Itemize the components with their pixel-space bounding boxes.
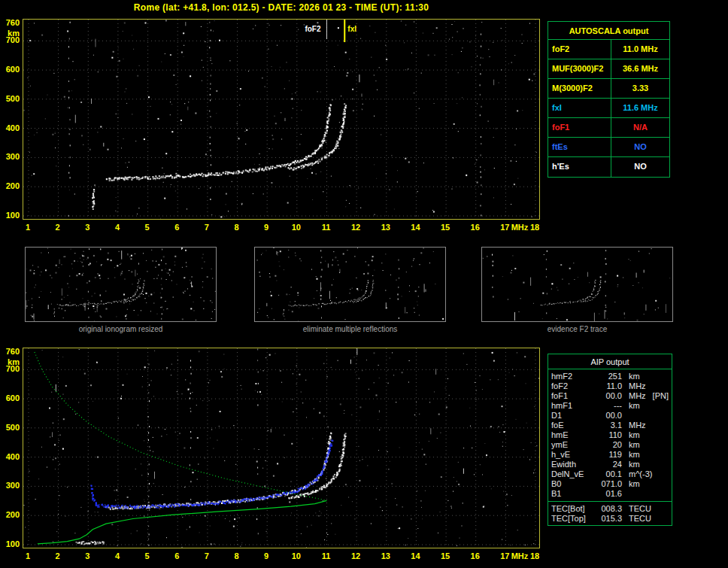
aip-value: 00.0	[595, 411, 622, 421]
aip-param: hmE	[551, 430, 595, 440]
aip-note	[652, 421, 669, 430]
x-tick-label: 1	[20, 223, 35, 232]
aip-param: ymE	[551, 440, 595, 450]
thumbnail-original-ionogram-plot	[26, 248, 216, 321]
aip-unit: km	[622, 479, 652, 489]
autoscala-value: NO	[611, 138, 669, 156]
aip-title: AIP output	[548, 354, 672, 369]
x-tick-label: 10	[289, 551, 304, 560]
aip-row-TEC-Top-: TEC[Top]015.3TECU	[548, 514, 672, 524]
autoscala-row-M-3000-F2: M(3000)F23.33	[548, 79, 669, 99]
top-ionogram-plot: foF2fxI	[23, 20, 539, 219]
aip-unit: km	[622, 401, 652, 411]
aip-note	[652, 411, 669, 421]
x-tick-label: 9	[259, 223, 274, 232]
autoscala-app-window: Rome (lat: +41.8, lon: 012.5) - DATE: 20…	[0, 0, 728, 568]
autoscala-param: fxI	[548, 99, 611, 117]
autoscala-row-ftEs: ftEsNO	[548, 138, 669, 157]
x-tick-label: 5	[140, 551, 155, 560]
svg-text:fxI: fxI	[347, 25, 356, 33]
aip-param: D1	[551, 411, 595, 421]
aip-unit: TECU	[622, 514, 652, 524]
x-tick-label: 6	[169, 551, 184, 560]
aip-value: 015.3	[595, 514, 622, 524]
y-tick-label: 400	[0, 123, 20, 132]
x-tick-label: 9	[259, 551, 274, 560]
aip-note	[652, 381, 669, 391]
aip-unit	[622, 489, 652, 499]
aip-param: foF2	[551, 381, 595, 391]
aip-unit: km	[622, 440, 652, 450]
x-tick-label: 15	[438, 223, 453, 232]
x-tick-label: 4	[110, 223, 125, 232]
aip-row-hmF1: hmF1---km	[548, 401, 672, 411]
aip-value: 008.3	[595, 504, 622, 514]
aip-note	[652, 479, 669, 489]
autoscala-output-table: AUTOSCALA output foF211.0 MHzMUF(3000)F2…	[548, 21, 670, 178]
y-tick-label: 200	[0, 181, 20, 190]
y-tick-label: 700	[0, 364, 20, 373]
x-tick-label: 17	[497, 223, 512, 232]
x-tick-label: 3	[80, 551, 95, 560]
aip-note	[652, 504, 669, 514]
x-tick-label: 13	[378, 551, 393, 560]
autoscala-param: foF2	[548, 40, 611, 59]
x-tick-label: 8	[229, 223, 244, 232]
thumbnail-eliminate-reflections-plot	[255, 248, 445, 321]
aip-note	[652, 401, 669, 411]
aip-row-foE: foE3.1MHz	[548, 421, 672, 430]
aip-param: B1	[551, 489, 595, 499]
x-tick-label: 12	[348, 223, 363, 232]
top-ionogram-panel: foF2fxI	[23, 19, 540, 220]
y-tick-label: 400	[0, 452, 20, 461]
autoscala-value: 11.0 MHz	[611, 40, 669, 59]
autoscala-row-foF2: foF211.0 MHz	[548, 40, 669, 59]
aip-row-DelN-vE: DelN_vE00.1m^(-3)	[548, 469, 672, 479]
x-tick-label: 11	[318, 223, 333, 232]
y-tick-label: 600	[0, 393, 20, 402]
aip-value: 11.0	[595, 381, 622, 391]
svg-text:foF2: foF2	[305, 25, 321, 33]
x-tick-label: 11	[318, 551, 333, 560]
aip-value: 3.1	[595, 421, 622, 430]
aip-param: foE	[551, 421, 595, 430]
x-tick-label: 4	[110, 551, 125, 560]
x-tick-label: 5	[140, 223, 155, 232]
y-tick-label: 500	[0, 423, 20, 432]
aip-unit: km	[622, 460, 652, 469]
x-tick-label: 15	[438, 551, 453, 560]
x-tick-label: 17	[497, 551, 512, 560]
autoscala-rows: foF211.0 MHzMUF(3000)F236.6 MHzM(3000)F2…	[548, 40, 669, 177]
x-tick-label: 7	[199, 551, 214, 560]
aip-rows: hmF2251kmfoF211.0MHzfoF100.0MHz[PN]hmF1-…	[548, 372, 672, 499]
aip-param: TEC[Bot]	[551, 504, 595, 514]
aip-unit: km	[622, 372, 652, 381]
y-tick-label: 700	[0, 35, 20, 44]
thumbnail-caption-evidence: evidence F2 trace	[481, 325, 673, 333]
aip-row-foF1: foF100.0MHz[PN]	[548, 391, 672, 401]
autoscala-param: M(3000)F2	[548, 79, 611, 98]
y-tick-label: 100	[0, 539, 20, 548]
x-tick-label: 7	[199, 223, 214, 232]
x-tick-label: 18	[527, 551, 542, 560]
aip-value: 110	[595, 430, 622, 440]
y-tick-label: 600	[0, 65, 20, 74]
x-tick-label: 6	[169, 223, 184, 232]
x-tick-label: 14	[408, 551, 423, 560]
autoscala-value: 11.6 MHz	[611, 99, 669, 117]
aip-value: 20	[595, 440, 622, 450]
thumbnail-evidence-f2-trace	[481, 247, 673, 322]
y-tick-label: 760	[0, 18, 20, 27]
thumbnail-eliminate-reflections	[254, 247, 446, 322]
thumbnail-evidence-f2-trace-plot	[482, 248, 672, 321]
autoscala-value: N/A	[611, 118, 669, 137]
aip-unit: m^(-3)	[622, 469, 652, 479]
aip-row-ymE: ymE20km	[548, 440, 672, 450]
x-tick-label: 1	[20, 551, 35, 560]
aip-param: hmF1	[551, 401, 595, 411]
aip-note	[652, 450, 669, 460]
autoscala-row-MUF-3000-F2: MUF(3000)F236.6 MHz	[548, 59, 669, 79]
aip-value: 00.1	[595, 469, 622, 479]
x-tick-label: 10	[289, 223, 304, 232]
x-tick-label: 13	[378, 223, 393, 232]
